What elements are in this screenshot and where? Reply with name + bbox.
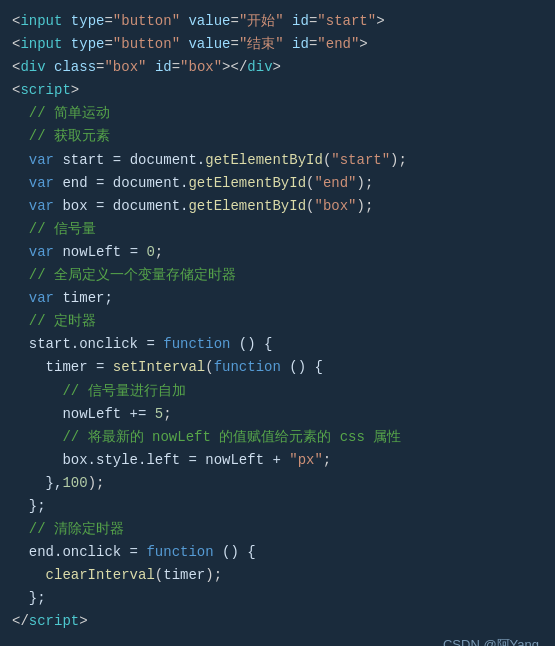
- code-line: // 获取元素: [12, 125, 543, 148]
- code-line: },100);: [12, 472, 543, 495]
- watermark: CSDN @阿Yang: [443, 636, 539, 646]
- token-comment: // 将最新的 nowLeft 的值赋值给元素的 css 属性: [62, 429, 401, 445]
- token-attr: type: [71, 13, 105, 29]
- code-line: // 信号量: [12, 218, 543, 241]
- token-white: box.style.left = nowLeft +: [12, 452, 289, 468]
- token-white: end = document.: [54, 175, 188, 191]
- token-punct: =: [104, 13, 112, 29]
- token-comment: // 全局定义一个变量存储定时器: [29, 267, 236, 283]
- token-number: 0: [146, 244, 154, 260]
- code-line: box.style.left = nowLeft + "px";: [12, 449, 543, 472]
- token-white: start = document.: [54, 152, 205, 168]
- token-white: () {: [281, 359, 323, 375]
- token-punct: ;: [155, 244, 163, 260]
- token-keyword: var: [29, 290, 54, 306]
- token-white: [12, 383, 62, 399]
- token-val: "start": [331, 152, 390, 168]
- code-line: <input type="button" value="结束" id="end"…: [12, 33, 543, 56]
- token-punct: >: [376, 13, 384, 29]
- token-punct: =: [230, 13, 238, 29]
- token-white: },: [12, 475, 62, 491]
- token-keyword: function: [163, 336, 230, 352]
- token-white: [62, 13, 70, 29]
- token-comment: // 获取元素: [29, 128, 110, 144]
- token-punct: =: [230, 36, 238, 52]
- token-attr: class: [54, 59, 96, 75]
- token-val: "button": [113, 36, 180, 52]
- token-attr: value: [188, 36, 230, 52]
- token-attr: type: [71, 36, 105, 52]
- token-func: getElementById: [188, 175, 306, 191]
- code-line: <div class="box" id="box"></div>: [12, 56, 543, 79]
- token-keyword: var: [29, 175, 54, 191]
- token-punct: >: [79, 613, 87, 629]
- token-punct: );: [357, 198, 374, 214]
- token-comment: // 简单运动: [29, 105, 110, 121]
- token-tag: script: [29, 613, 79, 629]
- token-tag: div: [20, 59, 45, 75]
- token-white: [12, 521, 29, 537]
- code-line: var nowLeft = 0;: [12, 241, 543, 264]
- token-white: [12, 152, 29, 168]
- token-val: "px": [289, 452, 323, 468]
- token-punct: );: [390, 152, 407, 168]
- token-white: [12, 267, 29, 283]
- token-punct: >: [71, 82, 79, 98]
- token-white: timer =: [12, 359, 113, 375]
- token-func: getElementById: [188, 198, 306, 214]
- code-line: var start = document.getElementById("sta…: [12, 149, 543, 172]
- code-line: nowLeft += 5;: [12, 403, 543, 426]
- code-line: </script>: [12, 610, 543, 633]
- token-white: start.onclick =: [12, 336, 163, 352]
- token-val: "start": [317, 13, 376, 29]
- token-val: "结束": [239, 36, 284, 52]
- code-line: var end = document.getElementById("end")…: [12, 172, 543, 195]
- code-line: };: [12, 587, 543, 610]
- code-content: <input type="button" value="开始" id="star…: [12, 10, 543, 634]
- token-white: [284, 36, 292, 52]
- code-line: end.onclick = function () {: [12, 541, 543, 564]
- code-line: <input type="button" value="开始" id="star…: [12, 10, 543, 33]
- token-white: };: [12, 590, 46, 606]
- token-attr: id: [292, 36, 309, 52]
- token-attr: id: [155, 59, 172, 75]
- code-line: // 清除定时器: [12, 518, 543, 541]
- code-line: clearInterval(timer);: [12, 564, 543, 587]
- token-keyword: var: [29, 198, 54, 214]
- token-white: [46, 59, 54, 75]
- token-comment: // 清除定时器: [29, 521, 124, 537]
- token-white: end.onclick =: [12, 544, 146, 560]
- token-comment: // 信号量进行自加: [62, 383, 185, 399]
- token-white: [12, 221, 29, 237]
- token-func: getElementById: [205, 152, 323, 168]
- token-white: [12, 128, 29, 144]
- token-tag: div: [247, 59, 272, 75]
- code-line: // 定时器: [12, 310, 543, 333]
- token-func: clearInterval: [46, 567, 155, 583]
- token-white: () {: [214, 544, 256, 560]
- code-line: var timer;: [12, 287, 543, 310]
- token-white: };: [12, 498, 46, 514]
- token-punct: ></: [222, 59, 247, 75]
- token-white: () {: [230, 336, 272, 352]
- code-line: };: [12, 495, 543, 518]
- token-punct: =: [172, 59, 180, 75]
- token-punct: </: [12, 613, 29, 629]
- token-keyword: function: [146, 544, 213, 560]
- token-white: [284, 13, 292, 29]
- code-line: <script>: [12, 79, 543, 102]
- code-line: // 信号量进行自加: [12, 380, 543, 403]
- token-func: setInterval: [113, 359, 205, 375]
- token-white: [12, 567, 46, 583]
- code-line: // 将最新的 nowLeft 的值赋值给元素的 css 属性: [12, 426, 543, 449]
- token-punct: =: [104, 36, 112, 52]
- code-line: start.onclick = function () {: [12, 333, 543, 356]
- token-white: nowLeft =: [54, 244, 146, 260]
- token-punct: ;: [323, 452, 331, 468]
- token-white: timer: [163, 567, 205, 583]
- code-line: // 全局定义一个变量存储定时器: [12, 264, 543, 287]
- token-val: "box": [314, 198, 356, 214]
- token-keyword: var: [29, 244, 54, 260]
- token-white: [12, 244, 29, 260]
- code-line: timer = setInterval(function () {: [12, 356, 543, 379]
